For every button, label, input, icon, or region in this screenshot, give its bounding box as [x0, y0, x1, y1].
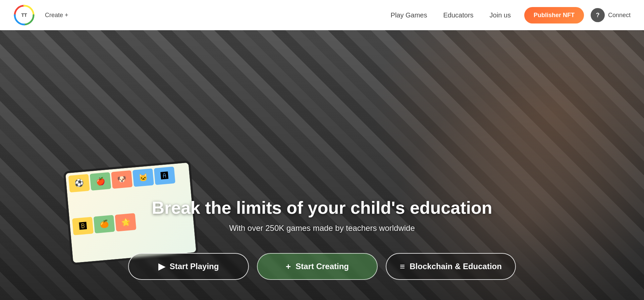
connect-label: Connect [608, 12, 631, 19]
publisher-nft-button[interactable]: Publisher NFT [524, 7, 584, 23]
hero-section: ⚽ 🍎 🐶 🐱 🅰 🅱 🍊 🌟 Break the limits of your… [0, 30, 644, 300]
help-icon: ? [591, 8, 605, 22]
navbar: TT Create + Play Games Educators Join us… [0, 0, 644, 30]
tablet-cell-1: ⚽ [68, 174, 90, 193]
blockchain-icon: ≡ [400, 262, 405, 271]
svg-text:TT: TT [21, 12, 27, 18]
nav-links: Play Games Educators Join us [391, 11, 511, 19]
tablet-cell-2: 🍎 [90, 172, 111, 191]
tablet-cell-4: 🐱 [132, 168, 154, 187]
nav-link-play-games[interactable]: Play Games [391, 11, 427, 19]
play-icon: ▶ [158, 262, 165, 271]
start-playing-button[interactable]: ▶ Start Playing [128, 253, 249, 280]
logo-link[interactable]: TT [13, 4, 35, 26]
create-nav-link[interactable]: Create + [45, 12, 68, 19]
hero-cta-buttons: ▶ Start Playing + Start Creating ≡ Block… [0, 253, 644, 280]
tablet-cell-5: 🅰 [154, 166, 175, 185]
blockchain-label: Blockchain & Education [410, 262, 502, 271]
plus-icon: + [286, 262, 291, 271]
hero-content: Break the limits of your child's educati… [0, 197, 644, 233]
start-creating-button[interactable]: + Start Creating [257, 253, 378, 280]
start-playing-label: Start Playing [170, 262, 219, 271]
hero-subheading: With over 250K games made by teachers wo… [0, 223, 644, 233]
nav-link-join-us[interactable]: Join us [490, 11, 511, 19]
start-creating-label: Start Creating [296, 262, 349, 271]
logo-ring-svg: TT [13, 4, 35, 26]
hero-heading: Break the limits of your child's educati… [0, 197, 644, 218]
nav-link-educators[interactable]: Educators [443, 11, 474, 19]
connect-button-wrap[interactable]: ? Connect [591, 8, 631, 22]
blockchain-education-button[interactable]: ≡ Blockchain & Education [386, 253, 516, 280]
tablet-cell-3: 🐶 [111, 170, 132, 189]
logo-circle: TT [13, 4, 35, 26]
